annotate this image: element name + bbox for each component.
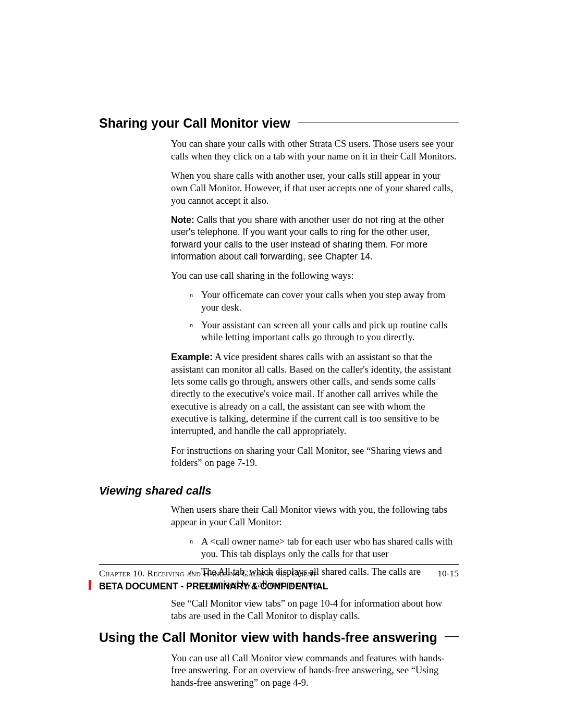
para: When users share their Call Monitor view…	[171, 504, 459, 528]
note-text: Calls that you share with another user d…	[171, 215, 444, 261]
para: For instructions on sharing your Call Mo…	[171, 445, 459, 470]
heading-viewing-shared: Viewing shared calls	[99, 484, 459, 498]
subsection-body: When users share their Call Monitor view…	[171, 504, 459, 622]
heading-sharing: Sharing your Call Monitor view	[99, 116, 459, 131]
section2-body: You can use all Call Monitor view comman…	[171, 652, 459, 689]
para: When you share calls with another user, …	[171, 170, 459, 207]
footer-beta: BETA DOCUMENT - PRELIMINARY & CONFIDENTI…	[99, 581, 459, 592]
heading-text: Using the Call Monitor view with hands-f…	[99, 630, 437, 645]
page-footer: Chapter 10. Receiving and Handling Calls…	[99, 564, 459, 592]
example-para: Example: A vice president shares calls w…	[171, 351, 459, 438]
footer-chapter: Chapter 10. Receiving and Handling Calls…	[99, 568, 316, 579]
example-text: A vice president shares calls with an as…	[171, 352, 451, 436]
example-label: Example:	[171, 352, 213, 362]
para: See “Call Monitor view tabs” on page 10-…	[171, 598, 459, 622]
list-item: Your officemate can cover your calls whe…	[190, 289, 459, 314]
heading-hands-free: Using the Call Monitor view with hands-f…	[99, 630, 459, 645]
change-bar	[89, 580, 91, 590]
heading-text: Sharing your Call Monitor view	[99, 116, 290, 131]
para: You can share your calls with other Stra…	[171, 138, 459, 163]
bullet-list: Your officemate can cover your calls whe…	[190, 289, 459, 344]
list-item: Your assistant can screen all your calls…	[190, 319, 459, 344]
heading-rule	[298, 122, 459, 122]
note-label: Note:	[171, 215, 194, 225]
page: Sharing your Call Monitor view You can s…	[0, 0, 563, 728]
list-item: A <call owner name> tab for each user wh…	[190, 536, 459, 560]
para: You can use call sharing in the followin…	[171, 270, 459, 282]
heading-rule	[445, 636, 459, 637]
note-para: Note: Calls that you share with another …	[171, 214, 459, 262]
footer-page-number: 10-15	[437, 568, 459, 579]
footer-row: Chapter 10. Receiving and Handling Calls…	[99, 568, 459, 579]
content-area: Sharing your Call Monitor view You can s…	[99, 116, 459, 697]
section1-body: You can share your calls with other Stra…	[171, 138, 459, 470]
para: You can use all Call Monitor view comman…	[171, 652, 459, 689]
